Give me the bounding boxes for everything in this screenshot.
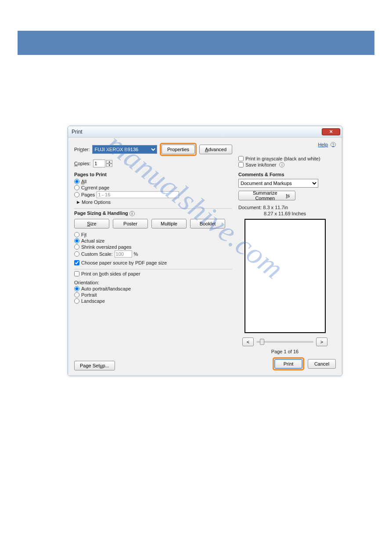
orientation-label: Orientation: [74,280,232,285]
spin-up-icon[interactable]: ▲ [106,160,112,163]
multiple-tab[interactable]: Multiple [151,219,187,229]
document-size-label: Document: 8.3 x 11.7in [238,205,331,210]
prev-page-button[interactable]: < [242,337,254,346]
poster-tab[interactable]: Poster [113,219,148,229]
spin-down-icon[interactable]: ▼ [106,163,112,167]
dialog-title: Print [72,129,83,135]
page-setup-button[interactable]: Page Setup... [74,361,115,370]
print-highlight: Print [273,357,304,370]
actual-size-radio[interactable]: Actual size [74,238,232,243]
page-header-bar [18,31,374,55]
sizing-button-group: Size Poster Multiple Booklet [74,219,232,229]
size-tab[interactable]: Size [74,219,109,229]
copies-spinner[interactable]: ▲ ▼ [93,160,112,167]
pages-all-radio[interactable]: All [74,179,232,184]
printer-label: Printer: [74,147,90,152]
dialog-body: Help ? Printer: FUJI XEROX B9136 Propert… [68,138,342,376]
copies-row: Copies: ▲ ▼ [74,160,232,167]
slider-thumb[interactable] [260,339,264,345]
custom-scale-radio[interactable]: Custom Scale: % [74,250,232,258]
pages-current-radio[interactable]: Current page [74,185,232,190]
paper-size-label: 8.27 x 11.69 Inches [238,211,331,216]
left-column: Printer: FUJI XEROX B9136 Properties Adv… [74,143,232,305]
zoom-slider[interactable] [256,341,313,343]
cancel-button[interactable]: Cancel [308,359,336,369]
copies-label: Copies: [74,161,90,166]
close-button[interactable]: ✕ [322,128,340,135]
fit-radio[interactable]: Fit [74,232,232,237]
orientation-auto-radio[interactable]: Auto portrait/landscape [74,286,232,291]
preview-nav: < > [238,337,331,346]
custom-scale-input[interactable] [115,250,132,258]
printer-row: Printer: FUJI XEROX B9136 Properties Adv… [74,143,232,156]
print-preview [245,219,326,333]
orientation-portrait-radio[interactable]: Portrait [74,292,232,297]
summarize-comments-button[interactable]: Summarize Comments [238,191,295,200]
sizing-section-title: Page Sizing & Handlingi [74,210,232,216]
pages-section-title: Pages to Print [74,172,232,177]
advanced-button[interactable]: Advanced [199,145,232,154]
print-button[interactable]: Print [274,359,302,369]
shrink-radio[interactable]: Shrink oversized pages [74,244,232,250]
grayscale-checkbox[interactable]: Print in grayscale (black and white) [238,156,331,161]
triangle-right-icon: ▶ [77,200,80,204]
printer-select[interactable]: FUJI XEROX B9136 [92,145,157,154]
pages-range-radio[interactable]: Pages [74,191,232,198]
print-dialog: Print ✕ Help ? Printer: FUJI XEROX B9136… [68,126,342,376]
next-page-button[interactable]: > [316,337,327,346]
comments-forms-select[interactable]: Document and Markups [238,179,318,188]
more-options-toggle[interactable]: ▶More Options [77,200,232,205]
duplex-checkbox[interactable]: Print on both sides of paper [74,271,232,276]
right-column: Print in grayscale (black and white) Sav… [238,143,331,354]
copies-input[interactable] [93,160,105,167]
info-icon[interactable]: i [129,211,135,216]
comments-section-title: Comments & Forms [238,172,331,177]
properties-highlight: Properties [160,143,197,156]
booklet-tab[interactable]: Booklet [190,219,225,229]
orientation-landscape-radio[interactable]: Landscape [74,298,232,304]
dialog-titlebar: Print ✕ [68,126,342,138]
pages-range-input[interactable] [97,191,179,198]
properties-button[interactable]: Properties [162,145,195,154]
save-ink-checkbox[interactable]: Save ink/toneri [238,162,331,167]
paper-source-checkbox[interactable]: Choose paper source by PDF page size [74,260,232,265]
page-indicator: Page 1 of 16 [238,349,331,354]
dialog-footer: Page Setup... Print Cancel [74,357,336,370]
info-icon[interactable]: i [279,162,284,167]
close-icon: ✕ [329,129,333,134]
